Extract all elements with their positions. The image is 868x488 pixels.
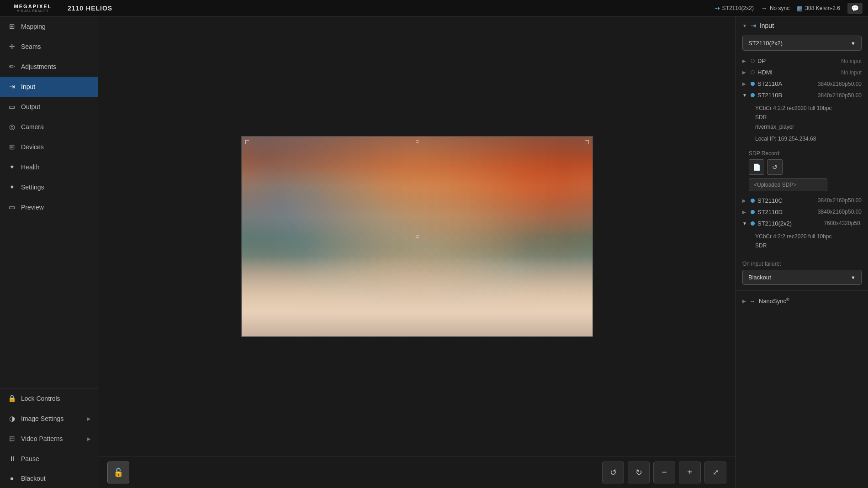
sdp-label: SDP Record: (749, 150, 855, 157)
st2110b-colorspace: YCbCr 4:2:2 rec2020 full 10bpc (755, 104, 862, 113)
input-item-st2110-2x2-wrapper: ▼ ST2110(2x2) 7680x4320p50. YCbCr 4:2:2 … (742, 218, 862, 253)
kelvin-icon: ▦ (797, 5, 803, 12)
panel-divider-2 (736, 290, 868, 291)
failure-dropdown[interactable]: Blackout ▼ (742, 270, 862, 285)
sync-icon: ⇢ (715, 5, 720, 12)
input-item-dp[interactable]: ▶ DP No input (742, 55, 862, 67)
st2110c-name: ST2110C (757, 197, 815, 204)
rotate-right-button[interactable]: ↻ (628, 462, 650, 483)
nosync-icon: ↔ (761, 5, 767, 12)
video-patterns-icon: ⊟ (7, 435, 16, 443)
st2110-2x2-details: YCbCr 4:2:2 rec2020 full 10bpc SDR (742, 229, 862, 253)
sidebar-item-preview[interactable]: ▭ Preview (0, 197, 98, 217)
sidebar-item-mapping[interactable]: ⊞ Mapping (0, 16, 98, 37)
sidebar-label-mapping: Mapping (21, 23, 46, 30)
sdp-refresh-icon: ↺ (772, 163, 778, 171)
top-center-marker (416, 140, 418, 143)
input-section-icon: ⇥ (751, 22, 756, 29)
content-area: 🔓 ↺ ↻ − + ⤢ (98, 16, 736, 488)
sidebar-item-seams[interactable]: ✛ Seams (0, 37, 98, 57)
preview-container (98, 16, 736, 456)
video-patterns-arrow-icon: ▶ (87, 436, 90, 442)
nanosync-icon: ↔ (750, 298, 755, 304)
input-item-st2110-2x2[interactable]: ▼ ST2110(2x2) 7680x4320p50. (742, 218, 862, 229)
sidebar-item-adjustments[interactable]: ✏ Adjustments (0, 57, 98, 77)
sidebar-label-input: Input (21, 83, 35, 90)
input-section-chevron-icon: ▼ (742, 23, 747, 28)
sidebar-item-devices[interactable]: ⊞ Devices (0, 137, 98, 157)
sidebar-item-camera[interactable]: ◎ Camera (0, 117, 98, 137)
fit-button[interactable]: ⤢ (704, 462, 726, 483)
sdp-refresh-button[interactable]: ↺ (767, 159, 783, 175)
fit-icon: ⤢ (713, 468, 719, 477)
sidebar-item-input[interactable]: ⇥ Input (0, 77, 98, 97)
input-item-hdmi[interactable]: ▶ HDMI No input (742, 67, 862, 78)
mapping-icon: ⊞ (7, 22, 16, 31)
st2110b-chevron-icon: ▼ (742, 93, 748, 98)
sidebar-item-blackout[interactable]: ● Blackout (0, 468, 98, 488)
st2110c-status-dot (751, 199, 755, 203)
dropdown-chevron-icon: ▼ (851, 41, 856, 46)
right-panel: ▼ ⇥ Input ST2110(2x2) ▼ ▶ DP No input ▶ (736, 16, 868, 488)
sidebar-item-lock-controls[interactable]: 🔒 Lock Controls (0, 388, 98, 409)
camera-icon: ◎ (7, 123, 16, 131)
st2110b-name: ST2110B (757, 92, 815, 99)
lock-button[interactable]: 🔓 (107, 462, 129, 483)
st2110d-chevron-icon: ▶ (742, 210, 748, 215)
st2110-2x2-range: SDR (755, 241, 862, 250)
sidebar-nav: ⊞ Mapping ✛ Seams ✏ Adjustments ⇥ Input … (0, 16, 98, 388)
hdmi-resolution: No input (841, 69, 862, 76)
st2110d-resolution: 3840x2160p50.00 (818, 209, 862, 215)
nanosync-item[interactable]: ▶ ↔ NanoSync® (736, 293, 868, 309)
sidebar-label-preview: Preview (21, 204, 44, 211)
st2110b-ip: Local IP: 169.254.234.68 (755, 134, 862, 143)
image-settings-icon: ◑ (7, 415, 16, 423)
input-section-header[interactable]: ▼ ⇥ Input (736, 16, 868, 34)
sdp-file-button[interactable]: 📄 (749, 159, 764, 175)
input-list: ▶ DP No input ▶ HDMI No input ▶ ST2110A … (736, 55, 868, 253)
nanosync-label: NanoSync® (759, 297, 789, 304)
zoom-in-button[interactable]: + (679, 462, 701, 483)
corner-marker-tl (245, 140, 249, 144)
blackout-icon: ● (7, 474, 16, 482)
st2110d-status-dot (751, 210, 755, 214)
sdp-section: SDP Record: 📄 ↺ (742, 147, 862, 195)
input-dropdown[interactable]: ST2110(2x2) ▼ (742, 36, 862, 51)
failure-label: On input failure: (742, 261, 862, 267)
input-item-st2110b-wrapper: ▼ ST2110B 3840x2160p50.00 YCbCr 4:2:2 re… (742, 89, 862, 147)
input-dropdown-container: ST2110(2x2) ▼ (736, 34, 868, 55)
zoom-out-button[interactable]: − (653, 462, 675, 483)
st2110d-name: ST2110D (757, 209, 815, 215)
sidebar-label-devices: Devices (21, 143, 44, 151)
corner-marker-bl (245, 329, 249, 333)
sidebar-item-health[interactable]: ✦ Health (0, 157, 98, 177)
adjustments-icon: ✏ (7, 63, 16, 71)
main-layout: ⊞ Mapping ✛ Seams ✏ Adjustments ⇥ Input … (0, 16, 868, 488)
sidebar-item-pause[interactable]: ⏸ Pause (0, 449, 98, 468)
chat-button[interactable]: 💬 (847, 3, 863, 14)
input-item-st2110a[interactable]: ▶ ST2110A 3840x2160p50.00 (742, 78, 862, 89)
sidebar-label-camera: Camera (21, 123, 44, 131)
status-sync-text: ST2110(2x2) (722, 5, 754, 11)
status-nosync-item: ↔ No sync (761, 5, 789, 12)
sidebar-item-settings[interactable]: ✦ Settings (0, 177, 98, 197)
dp-resolution: No input (841, 58, 862, 64)
st2110-2x2-status-dot (751, 221, 755, 226)
input-item-st2110b[interactable]: ▼ ST2110B 3840x2160p50.00 (742, 89, 862, 101)
app-title: 2110 HELIOS (68, 5, 112, 12)
toolbar-right-group: ↺ ↻ − + ⤢ (602, 462, 726, 483)
status-sync-item: ⇢ ST2110(2x2) (715, 5, 754, 12)
input-item-st2110d[interactable]: ▶ ST2110D 3840x2160p50.00 (742, 206, 862, 218)
logo-bottom: VISUAL REALITY (17, 9, 49, 12)
sidebar-item-image-settings[interactable]: ◑ Image Settings ▶ (0, 409, 98, 429)
rotate-left-button[interactable]: ↺ (602, 462, 624, 483)
failure-section: On input failure: Blackout ▼ (736, 257, 868, 289)
zoom-out-icon: − (662, 467, 667, 478)
input-item-st2110c[interactable]: ▶ ST2110C 3840x2160p50.00 (742, 195, 862, 206)
dp-name: DP (757, 58, 838, 64)
sidebar-item-video-patterns[interactable]: ⊟ Video Patterns ▶ (0, 429, 98, 449)
sdp-input[interactable] (749, 178, 827, 191)
preview-image (241, 136, 593, 337)
hdmi-chevron-icon: ▶ (742, 70, 748, 75)
sidebar-item-output[interactable]: ▭ Output (0, 97, 98, 117)
